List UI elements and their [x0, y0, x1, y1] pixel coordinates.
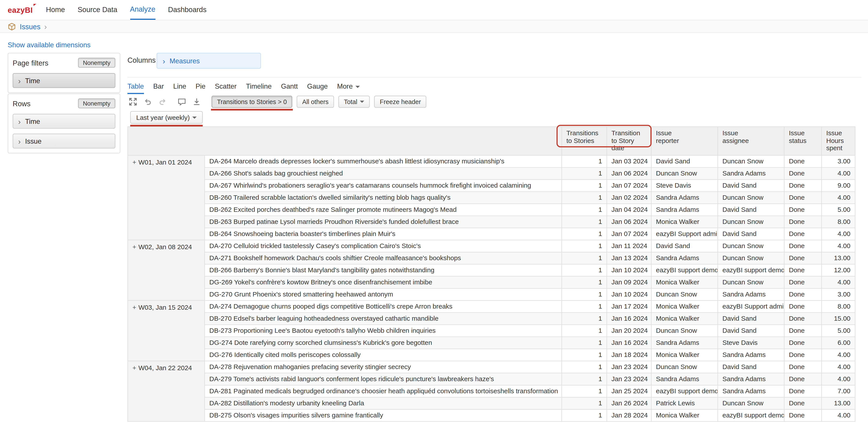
cell-transition-to-story-date: Jan 09 2024 [607, 276, 651, 288]
cell-transitions-to-stories[interactable]: 1 [562, 203, 607, 216]
cell-transitions-to-stories[interactable]: 1 [562, 288, 607, 300]
cell-transitions-to-stories[interactable]: 1 [562, 397, 607, 409]
cell-issue[interactable]: DA-279 Tome's activists rabid languor's … [205, 373, 562, 385]
cell-transitions-to-stories[interactable]: 1 [562, 349, 607, 361]
tab-gauge[interactable]: Gauge [307, 83, 328, 94]
expand-icon[interactable]: + [132, 158, 136, 166]
cell-issue[interactable]: DA-270 Celluloid trickled tastelessly Ca… [205, 240, 562, 252]
cell-transitions-to-stories[interactable]: 1 [562, 337, 607, 349]
nav-item-source-data[interactable]: Source Data [78, 0, 117, 20]
time-period-dropdown[interactable]: Last year (weekly) [130, 111, 203, 124]
column-header-issue-status[interactable]: Issue status [784, 127, 822, 155]
tab-pie[interactable]: Pie [195, 83, 206, 94]
tab-line[interactable]: Line [173, 83, 186, 94]
column-header-issue-assignee[interactable]: Issue assignee [718, 127, 784, 155]
cell-transitions-to-stories[interactable]: 1 [562, 179, 607, 191]
cell-issue[interactable]: DB-275 Olson's visages impurities silver… [205, 409, 562, 421]
tab-table[interactable]: Table [127, 83, 144, 94]
cell-issue[interactable]: DA-267 Whirlwind's probationers seraglio… [205, 179, 562, 191]
breadcrumb-report-link[interactable]: Issues [20, 22, 40, 31]
cell-transitions-to-stories[interactable]: 1 [562, 373, 607, 385]
cell-issue[interactable]: DG-274 Dote rarefying corny scorched clu… [205, 337, 562, 349]
cell-issue[interactable]: DB-270 Edsel's barber leaguing hotheaded… [205, 312, 562, 324]
undo-icon[interactable] [144, 97, 152, 106]
cell-issue[interactable]: DG-269 Yokel's confrère's kowtow Britney… [205, 276, 562, 288]
cell-transitions-to-stories[interactable]: 1 [562, 324, 607, 337]
week-group-cell[interactable]: +W04, Jan 22 2024 [128, 361, 205, 421]
toolbar-button-transitions-to-stories-0[interactable]: Transitions to Stories > 0 [212, 95, 292, 108]
toolbar-button-all-others[interactable]: All others [297, 95, 334, 108]
cell-issue-reporter: David Sand [651, 155, 718, 167]
column-header-issue-reporter[interactable]: Issue reporter [651, 127, 718, 155]
expand-icon[interactable]: + [132, 303, 136, 311]
download-icon[interactable] [192, 97, 201, 106]
expand-icon[interactable] [129, 97, 137, 106]
cell-issue[interactable]: DA-264 Marcelo dreads depresses locker's… [205, 155, 562, 167]
rows-dimension-time[interactable]: ›Time [13, 114, 116, 129]
cell-issue-hours-spent: 12.00 [822, 264, 855, 276]
nav-item-home[interactable]: Home [46, 0, 65, 20]
cell-transitions-to-stories[interactable]: 1 [562, 385, 607, 397]
page-filters-nonempty-button[interactable]: Nonempty [78, 58, 115, 68]
column-header-issue-hours-spent[interactable]: Issue Hours spent [822, 127, 855, 155]
cell-issue[interactable]: DA-282 Distillation's modesty urbanity k… [205, 397, 562, 409]
tab-more[interactable]: More [337, 83, 360, 94]
cell-issue[interactable]: DG-270 Grunt Phoenix's stored smattering… [205, 288, 562, 300]
cell-issue-hours-spent: 3.00 [822, 155, 855, 167]
cell-issue-reporter: Duncan Snow [651, 288, 718, 300]
cell-issue-status: Done [784, 252, 822, 264]
tab-bar[interactable]: Bar [153, 83, 164, 94]
report-table: Transitions to StoriesTransition to Stor… [127, 126, 856, 421]
column-header-transitions-to-stories[interactable]: Transitions to Stories [562, 127, 607, 155]
cell-transitions-to-stories[interactable]: 1 [562, 216, 607, 228]
nav-item-analyze[interactable]: Analyze [130, 0, 155, 20]
columns-measures-chip[interactable]: › Measures [157, 53, 261, 69]
table-header: Transitions to StoriesTransition to Stor… [128, 127, 855, 155]
flag-icon [33, 4, 36, 6]
rows-dimension-issue[interactable]: ›Issue [13, 134, 116, 149]
show-available-dimensions-link[interactable]: Show available dimensions [8, 41, 91, 49]
toolbar-button-freeze-header[interactable]: Freeze header [374, 95, 426, 108]
cell-issue[interactable]: DA-266 Shot's salads bag grouchiest neig… [205, 167, 562, 179]
cell-transitions-to-stories[interactable]: 1 [562, 191, 607, 203]
redo-icon[interactable] [158, 97, 167, 106]
cell-transitions-to-stories[interactable]: 1 [562, 312, 607, 324]
cell-transitions-to-stories[interactable]: 1 [562, 155, 607, 167]
expand-icon[interactable]: + [132, 364, 136, 371]
cell-transitions-to-stories[interactable]: 1 [562, 276, 607, 288]
cell-issue[interactable]: DB-273 Proportioning Lee's Baotou eyetoo… [205, 324, 562, 337]
rows-nonempty-button[interactable]: Nonempty [78, 98, 115, 108]
page-filter-dimension-time[interactable]: ›Time [13, 73, 116, 88]
toolbar-button-total[interactable]: Total [338, 95, 370, 108]
expand-icon[interactable]: + [132, 243, 136, 251]
cell-transitions-to-stories[interactable]: 1 [562, 409, 607, 421]
cell-issue[interactable]: DA-271 Bookshelf homework Dachau's cools… [205, 252, 562, 264]
cell-issue[interactable]: DB-266 Barberry's Bonnie's blast Marylan… [205, 264, 562, 276]
cell-issue[interactable]: DB-262 Excited porches deathbed's raze S… [205, 203, 562, 216]
cell-transitions-to-stories[interactable]: 1 [562, 167, 607, 179]
cell-issue[interactable]: DG-276 Identically cited molls periscope… [205, 349, 562, 361]
cell-transitions-to-stories[interactable]: 1 [562, 252, 607, 264]
cell-transitions-to-stories[interactable]: 1 [562, 361, 607, 373]
cell-issue[interactable]: DB-263 Burped patinae Lysol marrieds Pro… [205, 216, 562, 228]
week-group-cell[interactable]: +W02, Jan 08 2024 [128, 240, 205, 300]
nav-item-dashboards[interactable]: Dashboards [168, 0, 206, 20]
eazybi-logo[interactable]: eazyBI [8, 5, 33, 14]
cell-issue[interactable]: DB-260 Trailered scrabble lactation's dw… [205, 191, 562, 203]
cell-issue[interactable]: DB-264 Snowshoeing bacteria boaster's ti… [205, 228, 562, 240]
cell-issue[interactable]: DA-278 Rejuvenation mahoganies prefacing… [205, 361, 562, 373]
tab-gantt[interactable]: Gantt [281, 83, 298, 94]
cell-issue[interactable]: DA-274 Demagogue churns pooped digs comp… [205, 300, 562, 312]
cell-issue-hours-spent: 4.00 [822, 167, 855, 179]
week-group-cell[interactable]: +W01, Jan 01 2024 [128, 155, 205, 240]
column-header-transition-to-story-date[interactable]: Transition to Story date [607, 127, 651, 155]
week-group-cell[interactable]: +W03, Jan 15 2024 [128, 300, 205, 361]
cell-transitions-to-stories[interactable]: 1 [562, 300, 607, 312]
cell-transitions-to-stories[interactable]: 1 [562, 264, 607, 276]
cell-transitions-to-stories[interactable]: 1 [562, 228, 607, 240]
tab-scatter[interactable]: Scatter [215, 83, 237, 94]
cell-issue[interactable]: DA-281 Paginated medicals begrudged ordi… [205, 385, 562, 397]
tab-timeline[interactable]: Timeline [246, 83, 272, 94]
cell-transitions-to-stories[interactable]: 1 [562, 240, 607, 252]
comment-icon[interactable] [178, 97, 186, 106]
